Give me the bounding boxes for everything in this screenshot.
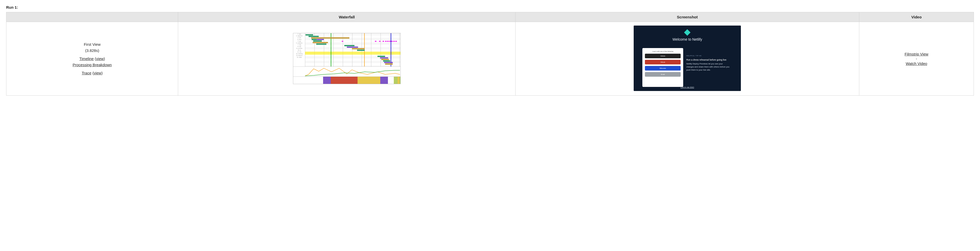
- run-info-cell: First View (3.828s) Timeline (view) Proc…: [6, 22, 178, 96]
- bitbucket-button: Bitbucket: [645, 66, 681, 70]
- video-cell: Filmstrip View - Watch Video: [859, 22, 974, 96]
- netlify-logo-icon: [684, 29, 690, 35]
- watch-video-link[interactable]: Watch Video: [906, 61, 927, 66]
- view-name: First View: [9, 42, 175, 48]
- trace-view-link[interactable]: view: [94, 71, 101, 75]
- video-separator: -: [862, 57, 971, 61]
- run-label: Run 1:: [6, 5, 974, 10]
- gitlab-button: GitLab: [645, 60, 681, 64]
- results-table: Waterfall Screenshot Video First View (3…: [6, 12, 974, 96]
- timeline-link[interactable]: Timeline: [80, 56, 94, 61]
- header-waterfall: Waterfall: [178, 12, 515, 22]
- header-screenshot: Screenshot: [515, 12, 859, 22]
- header-empty: [6, 12, 178, 22]
- login-panel-caption: Log in with one of the following: [645, 51, 681, 52]
- load-time: (3.828s): [9, 48, 175, 54]
- email-button: Email: [645, 72, 681, 77]
- screenshot-thumbnail: Welcome to Netlify Log in with one of th…: [634, 26, 741, 91]
- sso-link: Log in via SSO: [634, 86, 741, 88]
- screenshot-cell: Welcome to Netlify Log in with one of th…: [515, 22, 859, 96]
- github-button: GitHub: [645, 54, 681, 58]
- screenshot-thumbnail-link[interactable]: Welcome to Netlify Log in with one of th…: [634, 26, 741, 91]
- screenshot-title: Welcome to Netlify: [634, 37, 741, 42]
- waterfall-thumbnail-link[interactable]: 1. app2. segment3. cdn4. fonts5. api6. a…: [293, 33, 401, 84]
- waterfall-cell: 1. app2. segment3. cdn4. fonts5. api6. a…: [178, 22, 515, 96]
- processing-breakdown-link[interactable]: Processing Breakdown: [73, 62, 111, 67]
- header-video: Video: [859, 12, 974, 22]
- waterfall-chart: 1. app2. segment3. cdn4. fonts5. api6. a…: [293, 33, 401, 84]
- tip-sidebar: HELPFUL TIP #2 Run a dress rehearsal bef…: [686, 54, 730, 72]
- table-row: First View (3.828s) Timeline (view) Proc…: [6, 22, 974, 96]
- trace-link[interactable]: Trace: [82, 71, 91, 75]
- login-panel: Log in with one of the following GitHub …: [642, 48, 683, 87]
- filmstrip-view-link[interactable]: Filmstrip View: [904, 52, 928, 56]
- timeline-view-link[interactable]: view: [96, 56, 103, 61]
